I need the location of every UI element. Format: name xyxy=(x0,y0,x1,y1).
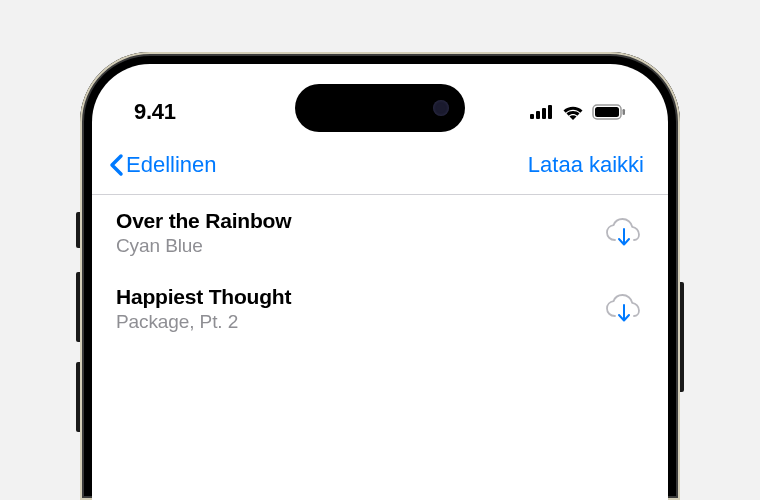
status-icons xyxy=(530,104,626,120)
volume-up-button xyxy=(76,272,80,342)
item-title: Happiest Thought xyxy=(116,285,291,309)
download-all-button[interactable]: Lataa kaikki xyxy=(528,152,644,178)
item-subtitle: Cyan Blue xyxy=(116,235,291,257)
download-button[interactable] xyxy=(604,216,644,250)
svg-rect-5 xyxy=(595,107,619,117)
wifi-icon xyxy=(562,104,584,120)
power-button xyxy=(680,282,684,392)
item-text: Over the Rainbow Cyan Blue xyxy=(116,209,291,257)
battery-icon xyxy=(592,104,626,120)
mute-switch xyxy=(76,212,80,248)
dynamic-island xyxy=(295,84,465,132)
svg-rect-1 xyxy=(536,111,540,119)
item-text: Happiest Thought Package, Pt. 2 xyxy=(116,285,291,333)
cloud-download-icon xyxy=(605,218,643,248)
list-item[interactable]: Happiest Thought Package, Pt. 2 xyxy=(92,271,668,347)
nav-bar: Edellinen Lataa kaikki xyxy=(92,134,668,195)
chevron-left-icon xyxy=(108,153,124,177)
back-button[interactable]: Edellinen xyxy=(108,152,217,178)
svg-rect-3 xyxy=(548,105,552,119)
volume-down-button xyxy=(76,362,80,432)
cellular-icon xyxy=(530,105,554,119)
song-list: Over the Rainbow Cyan Blue Happiest Thou… xyxy=(92,195,668,347)
item-title: Over the Rainbow xyxy=(116,209,291,233)
status-time: 9.41 xyxy=(134,99,176,125)
item-subtitle: Package, Pt. 2 xyxy=(116,311,291,333)
download-button[interactable] xyxy=(604,292,644,326)
list-item[interactable]: Over the Rainbow Cyan Blue xyxy=(92,195,668,271)
screen: 9.41 xyxy=(92,64,668,500)
back-label: Edellinen xyxy=(126,152,217,178)
phone-frame: 9.41 xyxy=(80,52,680,500)
cloud-download-icon xyxy=(605,294,643,324)
svg-rect-0 xyxy=(530,114,534,119)
svg-rect-6 xyxy=(623,109,626,115)
svg-rect-2 xyxy=(542,108,546,119)
